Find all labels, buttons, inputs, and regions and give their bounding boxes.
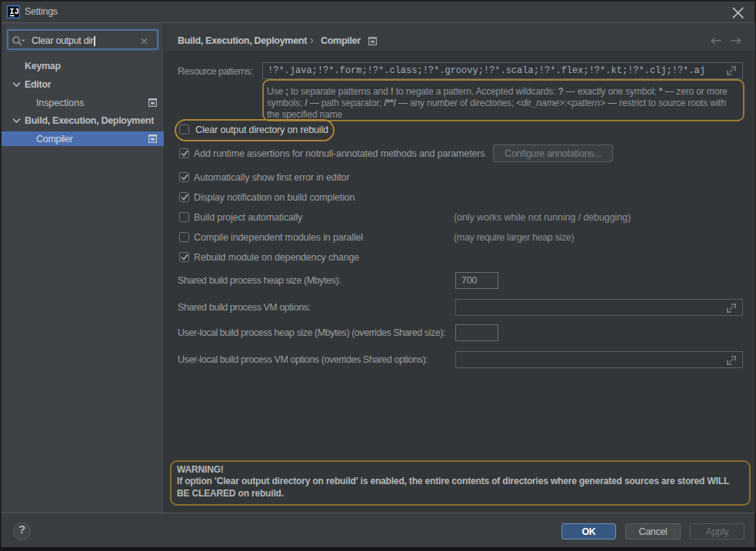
svg-text:IJ: IJ <box>9 7 19 16</box>
